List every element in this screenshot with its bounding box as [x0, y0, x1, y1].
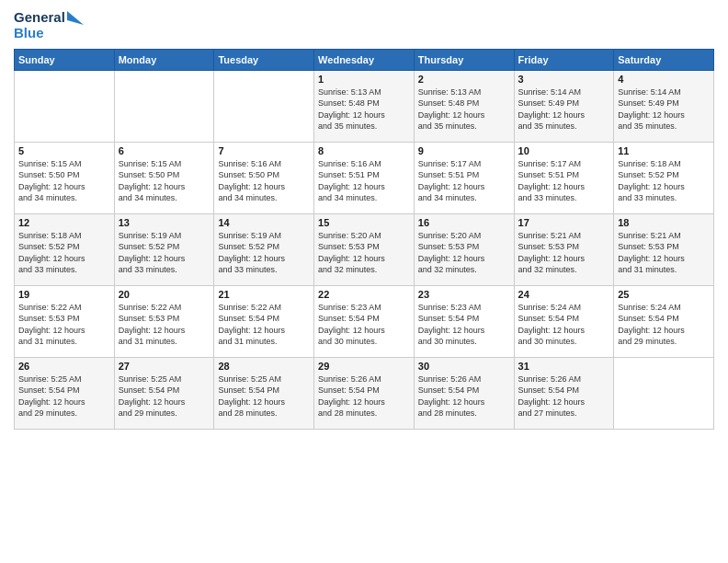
- header-wednesday: Wednesday: [314, 49, 415, 70]
- day-number: 28: [218, 361, 310, 372]
- calendar-cell: 26Sunrise: 5:25 AM Sunset: 5:54 PM Dayli…: [15, 357, 115, 429]
- day-number: 17: [518, 217, 610, 228]
- svg-marker-0: [67, 11, 84, 25]
- day-number: 23: [418, 289, 510, 300]
- day-info: Sunrise: 5:26 AM Sunset: 5:54 PM Dayligh…: [418, 373, 510, 419]
- day-info: Sunrise: 5:13 AM Sunset: 5:48 PM Dayligh…: [318, 86, 410, 132]
- day-number: 1: [318, 74, 410, 85]
- day-number: 18: [618, 217, 710, 228]
- calendar-cell: 28Sunrise: 5:25 AM Sunset: 5:54 PM Dayli…: [214, 357, 314, 429]
- day-info: Sunrise: 5:19 AM Sunset: 5:52 PM Dayligh…: [218, 230, 310, 276]
- calendar-week-2: 5Sunrise: 5:15 AM Sunset: 5:50 PM Daylig…: [15, 142, 714, 213]
- day-info: Sunrise: 5:24 AM Sunset: 5:54 PM Dayligh…: [518, 302, 610, 348]
- logo-blue: Blue: [14, 25, 65, 40]
- day-number: 3: [518, 74, 610, 85]
- calendar-cell: [15, 70, 115, 142]
- day-info: Sunrise: 5:14 AM Sunset: 5:49 PM Dayligh…: [618, 86, 710, 132]
- calendar-week-1: 1Sunrise: 5:13 AM Sunset: 5:48 PM Daylig…: [15, 70, 714, 142]
- calendar-cell: 4Sunrise: 5:14 AM Sunset: 5:49 PM Daylig…: [614, 70, 714, 142]
- calendar-cell: 15Sunrise: 5:20 AM Sunset: 5:53 PM Dayli…: [314, 213, 415, 285]
- calendar-cell: 29Sunrise: 5:26 AM Sunset: 5:54 PM Dayli…: [314, 357, 415, 429]
- day-info: Sunrise: 5:26 AM Sunset: 5:54 PM Dayligh…: [518, 373, 610, 419]
- calendar-cell: [614, 357, 714, 429]
- day-info: Sunrise: 5:21 AM Sunset: 5:53 PM Dayligh…: [618, 230, 710, 276]
- day-number: 14: [218, 217, 310, 228]
- calendar-week-3: 12Sunrise: 5:18 AM Sunset: 5:52 PM Dayli…: [15, 213, 714, 285]
- day-number: 16: [418, 217, 510, 228]
- day-number: 21: [218, 289, 310, 300]
- calendar-cell: 25Sunrise: 5:24 AM Sunset: 5:54 PM Dayli…: [614, 285, 714, 357]
- page: GeneralBlue Sunday Monday Tuesday Wednes…: [0, 0, 728, 563]
- day-number: 10: [518, 145, 610, 156]
- calendar-cell: 9Sunrise: 5:17 AM Sunset: 5:51 PM Daylig…: [414, 142, 514, 213]
- calendar-cell: 13Sunrise: 5:19 AM Sunset: 5:52 PM Dayli…: [114, 213, 214, 285]
- logo-triangle-icon: [67, 11, 84, 39]
- calendar-cell: 7Sunrise: 5:16 AM Sunset: 5:50 PM Daylig…: [214, 142, 314, 213]
- calendar-cell: 17Sunrise: 5:21 AM Sunset: 5:53 PM Dayli…: [514, 213, 614, 285]
- calendar-cell: 6Sunrise: 5:15 AM Sunset: 5:50 PM Daylig…: [114, 142, 214, 213]
- day-number: 12: [18, 217, 110, 228]
- calendar-cell: 31Sunrise: 5:26 AM Sunset: 5:54 PM Dayli…: [514, 357, 614, 429]
- day-info: Sunrise: 5:16 AM Sunset: 5:51 PM Dayligh…: [318, 158, 410, 204]
- day-number: 25: [618, 289, 710, 300]
- day-number: 19: [18, 289, 110, 300]
- day-number: 9: [418, 145, 510, 156]
- header-sunday: Sunday: [15, 49, 115, 70]
- day-info: Sunrise: 5:22 AM Sunset: 5:53 PM Dayligh…: [18, 302, 110, 348]
- day-info: Sunrise: 5:18 AM Sunset: 5:52 PM Dayligh…: [18, 230, 110, 276]
- day-number: 8: [318, 145, 410, 156]
- day-info: Sunrise: 5:14 AM Sunset: 5:49 PM Dayligh…: [518, 86, 610, 132]
- day-number: 27: [119, 361, 210, 372]
- day-info: Sunrise: 5:17 AM Sunset: 5:51 PM Dayligh…: [418, 158, 510, 204]
- day-info: Sunrise: 5:19 AM Sunset: 5:52 PM Dayligh…: [119, 230, 210, 276]
- day-info: Sunrise: 5:22 AM Sunset: 5:54 PM Dayligh…: [218, 302, 310, 348]
- calendar-cell: 3Sunrise: 5:14 AM Sunset: 5:49 PM Daylig…: [514, 70, 614, 142]
- calendar-cell: 11Sunrise: 5:18 AM Sunset: 5:52 PM Dayli…: [614, 142, 714, 213]
- calendar-cell: 21Sunrise: 5:22 AM Sunset: 5:54 PM Dayli…: [214, 285, 314, 357]
- calendar-cell: 16Sunrise: 5:20 AM Sunset: 5:53 PM Dayli…: [414, 213, 514, 285]
- calendar-cell: 30Sunrise: 5:26 AM Sunset: 5:54 PM Dayli…: [414, 357, 514, 429]
- logo: GeneralBlue: [14, 9, 84, 41]
- day-number: 11: [618, 145, 710, 156]
- calendar-cell: 2Sunrise: 5:13 AM Sunset: 5:48 PM Daylig…: [414, 70, 514, 142]
- day-info: Sunrise: 5:16 AM Sunset: 5:50 PM Dayligh…: [218, 158, 310, 204]
- day-info: Sunrise: 5:23 AM Sunset: 5:54 PM Dayligh…: [418, 302, 510, 348]
- day-number: 4: [618, 74, 710, 85]
- calendar-cell: 5Sunrise: 5:15 AM Sunset: 5:50 PM Daylig…: [15, 142, 115, 213]
- day-info: Sunrise: 5:20 AM Sunset: 5:53 PM Dayligh…: [318, 230, 410, 276]
- day-number: 13: [119, 217, 210, 228]
- day-number: 20: [119, 289, 210, 300]
- day-number: 15: [318, 217, 410, 228]
- day-number: 26: [18, 361, 110, 372]
- calendar-cell: [214, 70, 314, 142]
- day-info: Sunrise: 5:18 AM Sunset: 5:52 PM Dayligh…: [618, 158, 710, 204]
- header: GeneralBlue: [14, 9, 714, 41]
- day-number: 7: [218, 145, 310, 156]
- calendar-cell: 14Sunrise: 5:19 AM Sunset: 5:52 PM Dayli…: [214, 213, 314, 285]
- header-monday: Monday: [114, 49, 214, 70]
- calendar-cell: 18Sunrise: 5:21 AM Sunset: 5:53 PM Dayli…: [614, 213, 714, 285]
- header-thursday: Thursday: [414, 49, 514, 70]
- calendar-cell: 22Sunrise: 5:23 AM Sunset: 5:54 PM Dayli…: [314, 285, 415, 357]
- calendar-cell: 1Sunrise: 5:13 AM Sunset: 5:48 PM Daylig…: [314, 70, 415, 142]
- day-info: Sunrise: 5:22 AM Sunset: 5:53 PM Dayligh…: [119, 302, 210, 348]
- calendar-week-5: 26Sunrise: 5:25 AM Sunset: 5:54 PM Dayli…: [15, 357, 714, 429]
- day-number: 29: [318, 361, 410, 372]
- calendar-week-4: 19Sunrise: 5:22 AM Sunset: 5:53 PM Dayli…: [15, 285, 714, 357]
- day-number: 24: [518, 289, 610, 300]
- header-saturday: Saturday: [614, 49, 714, 70]
- day-info: Sunrise: 5:13 AM Sunset: 5:48 PM Dayligh…: [418, 86, 510, 132]
- day-number: 30: [418, 361, 510, 372]
- day-info: Sunrise: 5:17 AM Sunset: 5:51 PM Dayligh…: [518, 158, 610, 204]
- calendar-cell: 23Sunrise: 5:23 AM Sunset: 5:54 PM Dayli…: [414, 285, 514, 357]
- day-info: Sunrise: 5:25 AM Sunset: 5:54 PM Dayligh…: [18, 373, 110, 419]
- calendar-cell: 8Sunrise: 5:16 AM Sunset: 5:51 PM Daylig…: [314, 142, 415, 213]
- calendar-cell: 24Sunrise: 5:24 AM Sunset: 5:54 PM Dayli…: [514, 285, 614, 357]
- day-number: 22: [318, 289, 410, 300]
- day-number: 5: [18, 145, 110, 156]
- day-info: Sunrise: 5:25 AM Sunset: 5:54 PM Dayligh…: [119, 373, 210, 419]
- day-number: 31: [518, 361, 610, 372]
- day-info: Sunrise: 5:21 AM Sunset: 5:53 PM Dayligh…: [518, 230, 610, 276]
- logo-general: General: [14, 9, 65, 25]
- calendar-cell: 27Sunrise: 5:25 AM Sunset: 5:54 PM Dayli…: [114, 357, 214, 429]
